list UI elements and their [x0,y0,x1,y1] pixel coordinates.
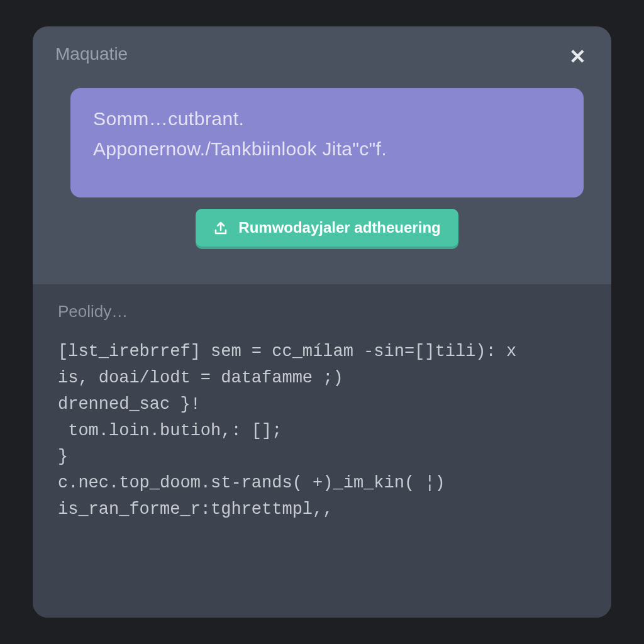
upload-icon [213,220,228,235]
output-section: Peolidy… [lst_irebrref] sem = cc_mílam -… [33,284,611,618]
upload-run-button[interactable]: Rumwodayjaler adtheuering [196,209,458,247]
action-row: Rumwodayjaler adtheuering [70,197,584,265]
upload-button-label: Rumwodayjaler adtheuering [238,219,440,236]
modal-title: Maquatie [55,44,128,64]
info-line-2: Apponernow./Tankbiinlook Jita"c"f. [93,138,561,160]
info-box: Somm…cutbrant. Apponernow./Tankbiinlook … [70,88,584,197]
upper-section: Somm…cutbrant. Apponernow./Tankbiinlook … [33,69,611,284]
modal-header: Maquatie ✕ [33,26,611,69]
close-button[interactable]: ✕ [567,44,589,69]
output-label: Peolidy… [58,302,586,321]
info-line-1: Somm…cutbrant. [93,108,561,130]
close-icon: ✕ [569,45,586,68]
modal-dialog: Maquatie ✕ Somm…cutbrant. Apponernow./Ta… [33,26,611,618]
code-output: [lst_irebrref] sem = cc_mílam -sin=[]til… [58,339,586,523]
